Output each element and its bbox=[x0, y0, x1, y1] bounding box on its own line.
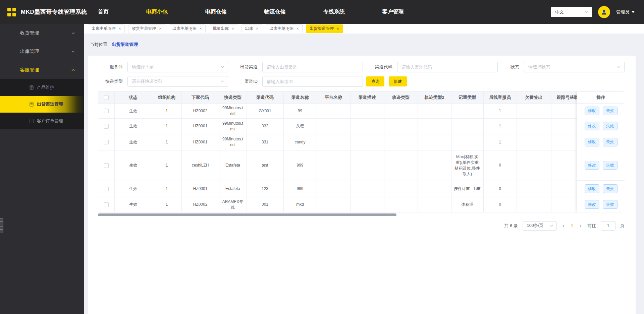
filter-input-出货渠道[interactable] bbox=[262, 62, 363, 72]
tab-出库主单明细[interactable]: 出库主单明细✕ bbox=[266, 24, 303, 33]
cell-记重类型 bbox=[451, 118, 483, 134]
row-checkbox[interactable] bbox=[104, 202, 109, 207]
cell-快递类型: Estafeta bbox=[219, 150, 247, 181]
sidebar-item-产品维护[interactable]: 产品维护 bbox=[0, 79, 84, 96]
close-tab-icon[interactable]: ✕ bbox=[296, 27, 299, 30]
sidebar-item-客户订单管理[interactable]: 客户订单管理 bbox=[0, 113, 84, 129]
filter-select-服务商[interactable]: 请选择下家 bbox=[127, 62, 228, 72]
invalidate-button[interactable]: 失效 bbox=[603, 138, 618, 146]
filter-label: 服务商 bbox=[98, 64, 123, 70]
row-checkbox[interactable] bbox=[104, 109, 109, 113]
cell-平台名称 bbox=[317, 104, 350, 118]
cell-快递类型: Estafeta bbox=[219, 181, 247, 197]
invalidate-button[interactable]: 失效 bbox=[603, 161, 618, 170]
cell-组织机构: 1 bbox=[152, 134, 181, 150]
row-checkbox[interactable] bbox=[104, 140, 109, 144]
data-table: 状态组织机构下家代码快递类型渠道代码渠道名称平台名称渠道描述轨迹类型轨迹类型2记… bbox=[98, 91, 625, 212]
invalidate-button[interactable]: 失效 bbox=[603, 184, 618, 193]
nav-item-电商仓储[interactable]: 电商仓储 bbox=[205, 8, 227, 15]
nav-item-客户管理[interactable]: 客户管理 bbox=[382, 8, 404, 15]
cell-下家代码: HZ0002 bbox=[181, 197, 219, 212]
tab-收货主单管理[interactable]: 收货主单管理✕ bbox=[128, 24, 165, 33]
sidebar-group-出库管理[interactable]: 出库管理 bbox=[0, 42, 84, 61]
row-checkbox[interactable] bbox=[104, 124, 109, 129]
pagination: 共 6 条 100条/页 1 前往 页 bbox=[98, 221, 625, 231]
nav-item-专线系统[interactable]: 专线系统 bbox=[323, 8, 345, 15]
edit-button[interactable]: 修改 bbox=[585, 200, 599, 209]
nav-item-物流仓储[interactable]: 物流仓储 bbox=[264, 8, 286, 15]
filter-select-快递类型[interactable]: 请选择快递类型 bbox=[127, 76, 228, 87]
cell-跟踪号获取 bbox=[551, 150, 577, 181]
horizontal-scrollbar-thumb[interactable] bbox=[98, 213, 396, 216]
cell-渠道代码: 001 bbox=[247, 197, 283, 212]
language-select[interactable]: 中文 bbox=[551, 7, 592, 17]
column-header-渠道描述: 渠道描述 bbox=[350, 91, 384, 104]
next-page-button[interactable] bbox=[579, 224, 583, 228]
prev-page-button[interactable] bbox=[561, 224, 566, 228]
edit-button[interactable]: 修改 bbox=[585, 107, 599, 115]
sidebar-group-label: 收货管理 bbox=[20, 30, 71, 36]
breadcrumb-current-link[interactable]: 出货渠道管理 bbox=[112, 42, 138, 47]
tab-出库[interactable]: 出库✕ bbox=[241, 24, 262, 33]
horizontal-scrollbar[interactable] bbox=[98, 213, 625, 216]
edit-button[interactable]: 修改 bbox=[585, 138, 599, 146]
sidebar-group-label: 出库管理 bbox=[20, 49, 71, 55]
invalidate-button[interactable]: 失效 bbox=[603, 122, 618, 130]
nav-item-电商小包[interactable]: 电商小包 bbox=[146, 8, 168, 15]
row-checkbox[interactable] bbox=[104, 187, 109, 191]
create-button[interactable]: 新建 bbox=[389, 76, 407, 86]
sidebar-group-收货管理[interactable]: 收货管理 bbox=[0, 24, 84, 42]
close-tab-icon[interactable]: ✕ bbox=[159, 27, 161, 30]
filter-input-渠道ID[interactable] bbox=[262, 76, 363, 87]
user-menu[interactable]: 管理员 bbox=[616, 9, 635, 15]
close-tab-icon[interactable]: ✕ bbox=[199, 27, 202, 30]
tab-出库主单管理[interactable]: 出库主单管理✕ bbox=[88, 24, 125, 33]
chevron-up-icon bbox=[71, 68, 75, 72]
sidebar-group-客服管理[interactable]: 客服管理 bbox=[0, 61, 84, 79]
filter-label: 渠道代码 bbox=[366, 64, 392, 70]
cell-渠道代码: 332 bbox=[247, 118, 283, 134]
cell-快递类型: 99Minutos.test bbox=[219, 104, 247, 118]
edit-button[interactable]: 修改 bbox=[585, 184, 599, 193]
chevron-down-icon bbox=[585, 10, 589, 14]
cell-渠道代码: test bbox=[247, 150, 283, 181]
cell-下家代码: HZ0001 bbox=[181, 134, 219, 150]
user-avatar[interactable] bbox=[598, 6, 610, 18]
filter-input-渠道代码[interactable] bbox=[397, 62, 498, 72]
search-button[interactable]: 查询 bbox=[366, 76, 384, 86]
chevron-right-icon bbox=[579, 224, 583, 228]
row-checkbox[interactable] bbox=[104, 163, 109, 168]
filter-select-状态[interactable]: 请选择状态 bbox=[524, 62, 625, 72]
tab-bar: 出库主单管理✕收货主单管理✕出库主单明细✕批量出库✕出库✕出库主单明细✕出货渠道… bbox=[84, 24, 644, 34]
column-header-状态: 状态 bbox=[114, 91, 152, 104]
close-tab-icon[interactable]: ✕ bbox=[256, 27, 259, 30]
edit-button[interactable]: 修改 bbox=[585, 161, 599, 170]
current-page[interactable]: 1 bbox=[570, 223, 574, 228]
cell-轨迹类型2 bbox=[418, 134, 451, 150]
close-tab-icon[interactable]: ✕ bbox=[336, 27, 339, 30]
left-edge-handle[interactable] bbox=[0, 218, 3, 233]
tab-出货渠道管理[interactable]: 出货渠道管理✕ bbox=[306, 24, 343, 33]
edit-button[interactable]: 修改 bbox=[585, 122, 599, 130]
cell-组织机构: 1 bbox=[152, 197, 181, 212]
table-scroll-area[interactable]: 状态组织机构下家代码快递类型渠道代码渠道名称平台名称渠道描述轨迹类型轨迹类型2记… bbox=[98, 91, 577, 212]
goto-page-input[interactable] bbox=[601, 221, 615, 231]
filter-row-1: 服务商请选择下家出货渠道渠道代码状态请选择状态 bbox=[98, 62, 625, 72]
close-tab-icon[interactable]: ✕ bbox=[231, 27, 234, 30]
invalidate-button[interactable]: 失效 bbox=[603, 107, 618, 115]
nav-item-首页[interactable]: 首页 bbox=[98, 8, 109, 15]
cell-记重类型: 体积重 bbox=[451, 197, 483, 212]
language-value: 中文 bbox=[555, 9, 564, 15]
select-placeholder: 请选择状态 bbox=[528, 64, 550, 70]
sidebar-item-出货渠道管理[interactable]: 出货渠道管理 bbox=[0, 96, 84, 113]
tab-出库主单明细[interactable]: 出库主单明细✕ bbox=[169, 24, 206, 33]
chevron-down-icon bbox=[220, 65, 224, 69]
cell-后线客服员: 0 bbox=[483, 197, 517, 212]
select-all-checkbox[interactable] bbox=[104, 95, 109, 100]
filter-label: 渠道ID bbox=[231, 78, 258, 84]
cell-checkbox bbox=[98, 181, 114, 197]
invalidate-button[interactable]: 失效 bbox=[603, 200, 618, 209]
page-size-select[interactable]: 100条/页 bbox=[523, 221, 557, 231]
tab-批量出库[interactable]: 批量出库✕ bbox=[209, 24, 238, 33]
close-tab-icon[interactable]: ✕ bbox=[118, 27, 121, 30]
